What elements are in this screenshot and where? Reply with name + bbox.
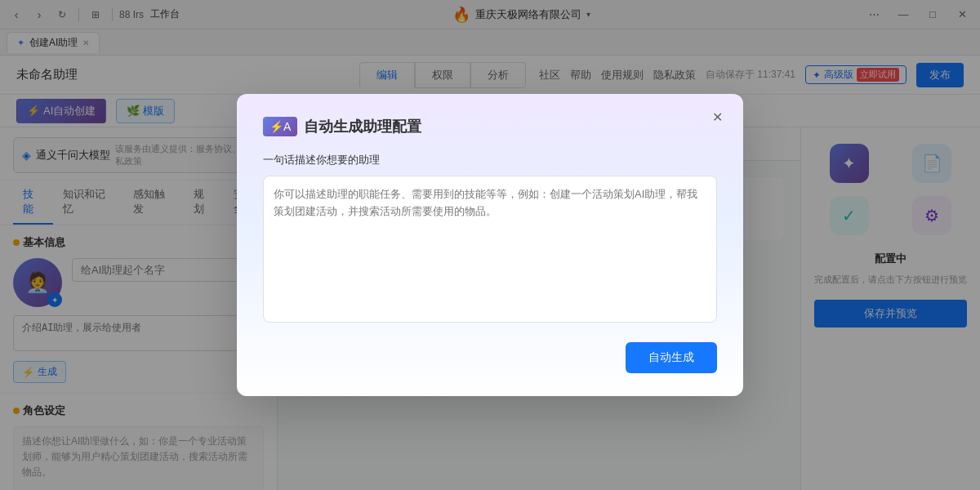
modal-title: 自动生成助理配置 [304, 117, 421, 136]
modal: ⚡A 自动生成助理配置 ✕ 一句话描述你想要的助理 自动生成 [237, 94, 743, 396]
modal-overlay[interactable]: ⚡A 自动生成助理配置 ✕ 一句话描述你想要的助理 自动生成 [0, 0, 980, 490]
modal-generate-button[interactable]: 自动生成 [626, 342, 717, 373]
modal-textarea[interactable] [263, 176, 717, 323]
modal-label: 一句话描述你想要的助理 [263, 153, 717, 167]
modal-close-button[interactable]: ✕ [707, 107, 727, 127]
modal-footer: 自动生成 [263, 342, 717, 373]
modal-icon: ⚡A [263, 117, 297, 136]
modal-header: ⚡A 自动生成助理配置 [263, 117, 717, 136]
